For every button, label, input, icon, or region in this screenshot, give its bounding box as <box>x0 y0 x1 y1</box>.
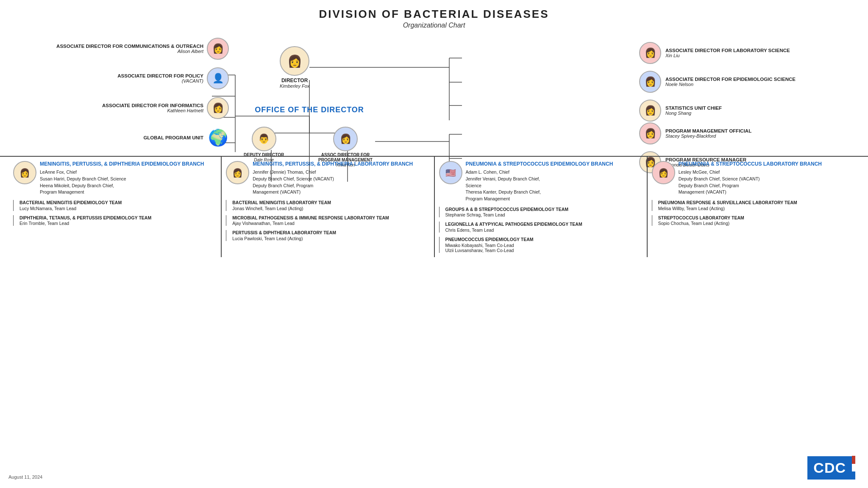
right-name-2: Nong Shang <box>665 111 722 116</box>
stripe-white <box>852 464 855 472</box>
team-2-2: PNEUMOCOCCUS EPIDEMIOLOGY TEAM Miwako Ko… <box>439 237 642 253</box>
team-title-1-2: PERTUSSIS & DIPHTHERIA LABORATORY TEAM <box>232 230 428 236</box>
team-title-3-1: STREPTOCOCCUS LABORATORY TEAM <box>658 215 854 221</box>
branch-avatar-3: 👩 <box>652 161 675 184</box>
page-title: DIVISION OF BACTERIAL DISEASES <box>0 0 868 21</box>
team-title-1-1: MICROBIAL PATHOGENESIS & IMMUNE RESPONSE… <box>232 215 428 221</box>
cdc-stripe <box>852 456 855 480</box>
avatar-nong-shang: 👩 <box>639 100 661 122</box>
team-1-1: MICROBIAL PATHOGENESIS & IMMUNE RESPONSE… <box>226 215 428 226</box>
avatar-policy-vacant: 👤 <box>207 67 229 89</box>
team-lead-2-2: Miwako Kobayashi, Team Co-LeadUlzii Luvs… <box>445 243 642 253</box>
right-title-0: ASSOCIATE DIRECTOR FOR LABORATORY SCIENC… <box>665 48 790 53</box>
branch-header-0: 👩 MENINGITIS, PERTUSSIS, & DIPHTHERIA EP… <box>13 161 216 196</box>
right-program-name-0: Stacey Spivey-Blackford <box>665 133 751 139</box>
team-title-2-2: PNEUMOCOCCUS EPIDEMIOLOGY TEAM <box>445 237 642 243</box>
cdc-logo: CDC <box>807 456 855 480</box>
right-title-1: ASSOCIATE DIRECTOR FOR EPIDEMIOLOGIC SCI… <box>665 77 796 82</box>
left-title-2: ASSOCIATE DIRECTOR FOR INFORMATICS <box>102 103 203 108</box>
left-item-0: ASSOCIATE DIRECTOR FOR COMMUNICATIONS & … <box>8 38 229 60</box>
team-1-2: PERTUSSIS & DIPHTHERIA LABORATORY TEAM L… <box>226 230 428 241</box>
branch-people-3: Lesley McGee, ChiefDeputy Branch Chief, … <box>679 169 822 196</box>
team-lead-1-1: Ajay Vishwanathan, Team Lead <box>232 221 428 226</box>
avatar-kathleen-hartnett: 👩 <box>207 97 229 119</box>
left-name-0: Alison Albert <box>56 49 203 54</box>
avatar-director: 👩 <box>280 46 309 76</box>
avatar-noele-nelson: 👩 <box>639 71 661 93</box>
left-name-2: Kathleen Hartnett <box>102 108 203 113</box>
team-lead-2-0: Stephanie Schrag, Team Lead <box>445 212 642 217</box>
page-subtitle: Organizational Chart <box>0 22 868 29</box>
right-program-item-0: 👩 PROGRAM MANAGEMENT OFFICIAL Stacey Spi… <box>639 122 860 144</box>
team-lead-3-1: Sopio Chochua, Team Lead (Acting) <box>658 221 854 226</box>
right-item-1: 👩 ASSOCIATE DIRECTOR FOR EPIDEMIOLOGIC S… <box>639 71 860 93</box>
date-label: August 11, 2024 <box>8 474 42 480</box>
team-0-0: BACTERIAL MENINGITIS EPIDEMIOLOGY TEAM L… <box>13 200 216 211</box>
team-3-0: PNEUMONIA RESPONSE & SURVEILLANCE LABORA… <box>652 200 854 211</box>
team-2-1: LEGIONELLA & ATYPYICAL PATHOGENS EPIDEMI… <box>439 222 642 233</box>
team-lead-1-0: Jonas Winchell, Team Lead (Acting) <box>232 206 428 211</box>
avatar-assoc-program: 👩 <box>333 127 358 151</box>
team-0-1: DIPHTHERIA, TETANUS, & PERTUSSIS EPIDEMI… <box>13 215 216 226</box>
avatar-deputy-director: 👨 <box>252 127 276 151</box>
team-title-3-0: PNEUMONIA RESPONSE & SURVEILLANCE LABORA… <box>658 200 854 206</box>
avatar-xin-liu: 👩 <box>639 42 661 64</box>
branch-title-2: PNEUMONIA & STREPTOCOCCUS EPIDEMIOLOGY B… <box>466 161 613 167</box>
branch-people-0: LeAnne Fox, ChiefSusan Hariri, Deputy Br… <box>40 169 204 196</box>
branch-col-1: 👩 MENINGITIS, PERTUSSIS, & DIPHTHERIA LA… <box>221 157 434 257</box>
team-lead-2-1: Chris Edens, Team Lead <box>445 227 642 233</box>
branch-header-1: 👩 MENINGITIS, PERTUSSIS, & DIPHTHERIA LA… <box>226 161 428 196</box>
branch-people-2: Adam L. Cohen, ChiefJennifer Verani, Dep… <box>466 169 613 202</box>
branch-people-1: Jennifer (Jennie) Thomas, ChiefDeputy Br… <box>253 169 413 196</box>
stripe-blue <box>852 471 855 480</box>
right-title-2: STATISTICS UNIT CHIEF <box>665 105 722 111</box>
left-item-1: ASSOCIATE DIRECTOR FOR POLICY (VACANT) 👤 <box>8 67 229 89</box>
page-container: DIVISION OF BACTERIAL DISEASES Organizat… <box>0 0 868 488</box>
left-title-1: ASSOCIATE DIRECTOR FOR POLICY <box>117 73 203 78</box>
branch-title-3: PNEUMONIA & STREPTOCOCCUS LABORATORY BRA… <box>679 161 822 167</box>
branches-row: 👩 MENINGITIS, PERTUSSIS, & DIPHTHERIA EP… <box>0 157 868 257</box>
left-title-0: ASSOCIATE DIRECTOR FOR COMMUNICATIONS & … <box>56 44 203 49</box>
stripe-red <box>852 456 855 464</box>
right-name-1: Noele Nelson <box>665 82 796 87</box>
team-title-1-0: BACTERIAL MENINGITIS LABORATORY TEAM <box>232 200 428 206</box>
branch-avatar-0: 👩 <box>13 161 36 184</box>
team-2-0: GROUPS A & B STREPTOCOCCUS EPIDEMIOLOGY … <box>439 207 642 218</box>
right-name-0: Xin Liu <box>665 53 790 58</box>
left-name-1: (VACANT) <box>117 78 203 83</box>
left-title-3: GLOBAL PROGRAM UNIT <box>143 135 203 140</box>
right-program-title-0: PROGRAM MANAGEMENT OFFICIAL <box>665 128 751 133</box>
right-item-2: 👩 STATISTICS UNIT CHIEF Nong Shang <box>639 100 860 122</box>
team-title-0-1: DIPHTHERIA, TETANUS, & PERTUSSIS EPIDEMI… <box>19 215 216 221</box>
right-column-top: 👩 ASSOCIATE DIRECTOR FOR LABORATORY SCIE… <box>639 42 860 128</box>
branch-header-2: 🇺🇸 PNEUMONIA & STREPTOCOCCUS EPIDEMIOLOG… <box>439 161 642 202</box>
team-3-1: STREPTOCOCCUS LABORATORY TEAM Sopio Choc… <box>652 215 854 226</box>
branch-title-0: MENINGITIS, PERTUSSIS, & DIPHTHERIA EPID… <box>40 161 204 167</box>
team-title-2-0: GROUPS A & B STREPTOCOCCUS EPIDEMIOLOGY … <box>445 207 642 213</box>
team-lead-3-0: Melisa Willby, Team Lead (Acting) <box>658 206 854 211</box>
cdc-text: CDC <box>807 456 852 480</box>
team-lead-0-0: Lucy McNamara, Team Lead <box>19 206 216 211</box>
avatar-global-program: 🌍 <box>207 127 229 149</box>
avatar-stacey-spivey: 👩 <box>639 122 661 144</box>
branch-col-2: 🇺🇸 PNEUMONIA & STREPTOCOCCUS EPIDEMIOLOG… <box>434 157 647 257</box>
team-lead-0-1: Erin Tromble, Team Lead <box>19 221 216 226</box>
branch-avatar-1: 👩 <box>226 161 249 184</box>
team-title-2-1: LEGIONELLA & ATYPYICAL PATHOGENS EPIDEMI… <box>445 222 642 227</box>
director-role: DIRECTOR <box>281 78 308 83</box>
director-box: 👩 DIRECTOR Kimberley Fox <box>280 46 309 89</box>
director-name: Kimberley Fox <box>280 83 309 89</box>
left-column: ASSOCIATE DIRECTOR FOR COMMUNICATIONS & … <box>8 38 229 156</box>
left-item-2: ASSOCIATE DIRECTOR FOR INFORMATICS Kathl… <box>8 97 229 119</box>
branch-avatar-2: 🇺🇸 <box>439 161 462 184</box>
avatar-alison-albert: 👩 <box>207 38 229 60</box>
branch-col-0: 👩 MENINGITIS, PERTUSSIS, & DIPHTHERIA EP… <box>8 157 221 257</box>
team-lead-1-2: Lucia Pawloski, Team Lead (Acting) <box>232 236 428 241</box>
left-item-3: GLOBAL PROGRAM UNIT 🌍 <box>8 127 229 149</box>
right-item-0: 👩 ASSOCIATE DIRECTOR FOR LABORATORY SCIE… <box>639 42 860 64</box>
branch-header-3: 👩 PNEUMONIA & STREPTOCOCCUS LABORATORY B… <box>652 161 854 196</box>
branch-title-1: MENINGITIS, PERTUSSIS, & DIPHTHERIA LABO… <box>253 161 413 167</box>
team-title-0-0: BACTERIAL MENINGITIS EPIDEMIOLOGY TEAM <box>19 200 216 206</box>
branch-col-3: 👩 PNEUMONIA & STREPTOCOCCUS LABORATORY B… <box>647 157 860 257</box>
team-1-0: BACTERIAL MENINGITIS LABORATORY TEAM Jon… <box>226 200 428 211</box>
